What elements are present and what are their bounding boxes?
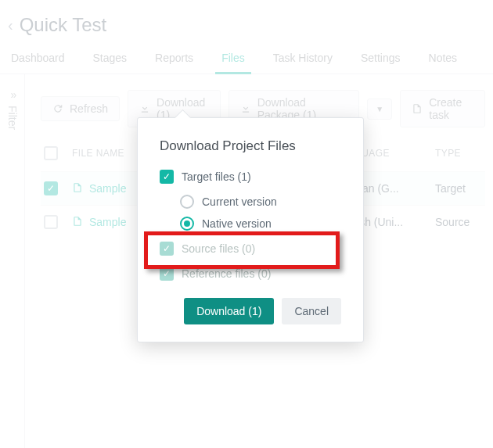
download-dialog: Download Project Files Target files (1) … — [137, 117, 364, 342]
dialog-title: Download Project Files — [160, 138, 341, 154]
target-files-checkbox[interactable] — [160, 170, 174, 184]
current-version-radio[interactable] — [180, 195, 194, 209]
reference-files-option[interactable]: Reference files (0) — [160, 267, 341, 281]
reference-files-checkbox[interactable] — [160, 267, 174, 281]
target-files-label: Target files (1) — [182, 170, 251, 183]
source-files-label: Source files (0) — [182, 242, 255, 255]
current-version-option[interactable]: Current version — [180, 195, 341, 209]
target-files-option[interactable]: Target files (1) — [160, 170, 341, 184]
native-version-radio[interactable] — [180, 217, 194, 231]
dialog-cancel-button[interactable]: Cancel — [282, 298, 341, 324]
dialog-download-button[interactable]: Download (1) — [184, 298, 274, 324]
current-version-label: Current version — [202, 195, 277, 208]
source-files-option[interactable]: Source files (0) — [160, 242, 341, 256]
native-version-option[interactable]: Native version — [180, 217, 341, 231]
reference-files-label: Reference files (0) — [182, 267, 271, 280]
native-version-label: Native version — [202, 217, 272, 230]
source-files-checkbox[interactable] — [160, 242, 174, 256]
